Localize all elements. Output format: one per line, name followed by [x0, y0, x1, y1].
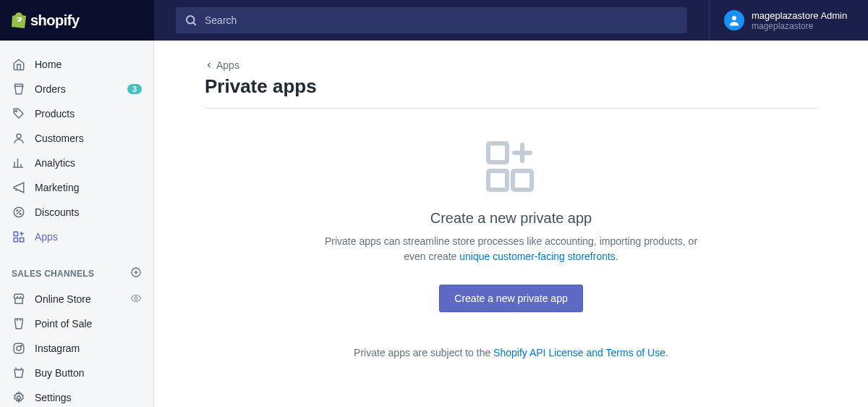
storefronts-link[interactable]: unique customer-facing storefronts.	[459, 251, 618, 262]
sidebar-item-apps[interactable]: Apps	[0, 225, 153, 249]
svg-line-1	[193, 22, 196, 25]
svg-point-0	[187, 16, 195, 24]
svg-point-11	[17, 210, 18, 211]
search-icon	[184, 14, 197, 27]
gear-icon	[12, 390, 26, 405]
svg-rect-15	[20, 238, 24, 242]
svg-rect-13	[14, 232, 17, 235]
avatar	[724, 10, 744, 30]
channel-buy-button[interactable]: Buy Button	[0, 361, 153, 385]
shopify-bag-icon	[12, 12, 26, 28]
pos-icon	[12, 316, 26, 331]
empty-description: Private apps can streamline store proces…	[316, 234, 707, 264]
svg-point-23	[17, 346, 21, 351]
api-license-link[interactable]: Shopify API License and Terms of Use	[493, 347, 665, 358]
sidebar-item-label: Settings	[35, 392, 142, 403]
account-name: mageplazastore Admin	[752, 10, 847, 21]
channel-label: Instagram	[35, 343, 142, 354]
search-input[interactable]	[205, 14, 678, 26]
svg-rect-26	[488, 143, 507, 162]
search-box[interactable]	[176, 7, 687, 33]
channel-label: Online Store	[35, 293, 130, 305]
sidebar-item-label: Marketing	[35, 182, 142, 193]
empty-title: Create a new private app	[205, 210, 817, 227]
apps-icon	[12, 230, 26, 244]
page-title: Private apps	[205, 75, 817, 109]
home-icon	[12, 57, 26, 72]
brand-text: shopify	[30, 12, 80, 29]
instagram-icon	[12, 341, 26, 356]
sidebar-item-discounts[interactable]: Discounts	[0, 200, 153, 225]
apps-grid-icon	[482, 138, 540, 196]
products-icon	[12, 106, 26, 121]
svg-point-4	[17, 134, 21, 138]
svg-rect-30	[513, 171, 532, 190]
sidebar-item-label: Discounts	[35, 206, 142, 218]
sidebar: Home Orders 3 Products Customers Analyti…	[0, 41, 154, 407]
orders-icon	[12, 82, 26, 96]
svg-point-24	[21, 345, 22, 347]
channel-label: Point of Sale	[35, 318, 142, 330]
sidebar-item-orders[interactable]: Orders 3	[0, 77, 153, 101]
search-area	[154, 7, 709, 33]
discounts-icon	[12, 205, 26, 219]
sidebar-item-customers[interactable]: Customers	[0, 126, 153, 151]
buy-button-icon	[12, 366, 26, 380]
svg-point-12	[20, 214, 22, 215]
breadcrumb-parent: Apps	[216, 59, 239, 71]
marketing-icon	[12, 180, 26, 195]
sidebar-item-label: Analytics	[35, 157, 142, 169]
svg-point-2	[732, 16, 736, 20]
logo[interactable]: shopify	[0, 0, 154, 41]
channel-online-store[interactable]: Online Store	[0, 287, 153, 311]
online-store-icon	[12, 292, 26, 306]
sidebar-item-analytics[interactable]: Analytics	[0, 151, 153, 175]
footer-text: Private apps are subject to the Shopify …	[205, 347, 817, 358]
sales-channels-header: SALES CHANNELS	[0, 261, 153, 287]
user-icon	[728, 14, 741, 27]
topbar: shopify mageplazastore Admin mageplazast…	[0, 0, 868, 41]
sidebar-item-label: Apps	[35, 231, 142, 243]
footer-pre: Private apps are subject to the	[354, 347, 493, 358]
empty-illustration	[205, 138, 817, 196]
sidebar-item-label: Orders	[35, 83, 127, 95]
channel-instagram[interactable]: Instagram	[0, 336, 153, 361]
sidebar-item-settings[interactable]: Settings	[0, 385, 153, 407]
account-store: mageplazastore	[752, 21, 847, 31]
breadcrumb[interactable]: Apps	[205, 59, 817, 71]
sidebar-item-home[interactable]: Home	[0, 52, 153, 77]
customers-icon	[12, 131, 26, 146]
sidebar-item-label: Customers	[35, 133, 142, 144]
sidebar-item-products[interactable]: Products	[0, 101, 153, 126]
svg-point-3	[15, 110, 17, 112]
sidebar-item-marketing[interactable]: Marketing	[0, 175, 153, 200]
channel-label: Buy Button	[35, 367, 142, 379]
svg-rect-14	[14, 238, 17, 242]
svg-point-25	[17, 396, 21, 400]
svg-point-21	[135, 297, 137, 300]
main-content: Apps Private apps Create a new private a…	[154, 41, 868, 407]
orders-badge: 3	[127, 84, 142, 94]
plus-circle-icon	[130, 267, 142, 278]
add-channel-button[interactable]	[130, 267, 142, 281]
account-menu[interactable]: mageplazastore Admin mageplazastore	[709, 0, 868, 41]
chevron-left-icon	[205, 61, 213, 70]
account-text: mageplazastore Admin mageplazastore	[752, 10, 847, 31]
analytics-icon	[12, 156, 26, 170]
empty-state: Create a new private app Private apps ca…	[205, 138, 817, 358]
sidebar-item-label: Home	[35, 59, 142, 70]
eye-icon[interactable]	[130, 293, 142, 306]
channel-point-of-sale[interactable]: Point of Sale	[0, 311, 153, 336]
sidebar-item-label: Products	[35, 108, 142, 119]
create-private-app-button[interactable]: Create a new private app	[439, 285, 582, 312]
sales-channels-title: SALES CHANNELS	[12, 269, 130, 279]
svg-rect-29	[488, 171, 507, 190]
